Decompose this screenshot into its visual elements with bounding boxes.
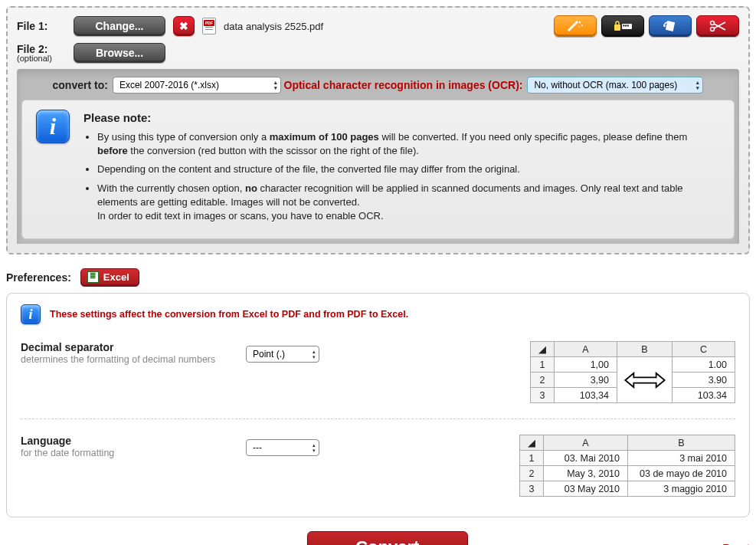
reset-link[interactable]: Reset bbox=[723, 542, 750, 545]
remove-file-button[interactable]: ✖ bbox=[173, 16, 195, 36]
decimal-title: Decimal separator bbox=[21, 341, 227, 353]
wand-icon bbox=[565, 19, 586, 33]
info-icon: i bbox=[36, 110, 70, 143]
file2-row: File 2: (optional) Browse... bbox=[17, 43, 739, 63]
change-button[interactable]: Change... bbox=[74, 16, 165, 36]
convert-format-select[interactable]: Excel 2007-2016 (*.xlsx) bbox=[113, 77, 281, 94]
file1-row: File 1: Change... ✖ data analysis 2525.p… bbox=[17, 15, 739, 37]
double-arrow-icon bbox=[623, 372, 667, 389]
ocr-select[interactable]: No, without OCR (max. 100 pages) bbox=[527, 77, 703, 94]
excel-icon bbox=[87, 271, 99, 283]
rotate-button[interactable] bbox=[649, 15, 692, 37]
pdf-icon bbox=[202, 18, 216, 34]
note-item: With the currently chosen option, no cha… bbox=[97, 182, 720, 224]
preferences-banner: These settings affect the conversion fro… bbox=[50, 309, 408, 320]
preferences-label: Preferences: bbox=[6, 271, 71, 284]
tab-excel[interactable]: Excel bbox=[80, 268, 139, 287]
preferences-panel: i These settings affect the conversion f… bbox=[6, 293, 750, 517]
language-example-table: ◢ A B 103. Mai 20103 mai 2010 2May 3, 20… bbox=[519, 435, 735, 497]
file-toolbar: *** bbox=[554, 15, 739, 37]
language-title: Language bbox=[21, 435, 227, 447]
convert-settings: convert to: Excel 2007-2016 (*.xlsx) Opt… bbox=[17, 69, 739, 244]
svg-point-1 bbox=[581, 25, 583, 26]
decimal-desc: determines the formatting of decimal num… bbox=[21, 353, 227, 366]
file2-label: File 2: (optional) bbox=[17, 43, 66, 63]
convert-button[interactable]: Convert bbox=[307, 531, 468, 545]
magic-wand-button[interactable] bbox=[554, 15, 597, 37]
file1-label: File 1: bbox=[17, 20, 66, 32]
svg-point-0 bbox=[579, 21, 581, 23]
language-desc: for the date formatting bbox=[21, 447, 227, 459]
decimal-separator-row: Decimal separator determines the formatt… bbox=[21, 335, 735, 409]
note-title: Please note: bbox=[83, 110, 720, 126]
cut-pages-button[interactable] bbox=[696, 15, 739, 37]
password-button[interactable]: *** bbox=[601, 15, 644, 37]
footer: Convert Reset bbox=[6, 531, 750, 545]
divider bbox=[21, 419, 735, 419]
browse-button[interactable]: Browse... bbox=[74, 43, 165, 63]
svg-text:***: *** bbox=[623, 24, 629, 29]
ocr-label: Optical character recognition in images … bbox=[284, 79, 523, 91]
upload-panel: File 1: Change... ✖ data analysis 2525.p… bbox=[6, 6, 750, 254]
close-icon: ✖ bbox=[179, 20, 188, 32]
decimal-example-table: ◢ A B C 11,00 1.00 23,903.90 3103,34103.… bbox=[530, 341, 735, 403]
note-item: Depending on the content and structure o… bbox=[97, 163, 720, 176]
svg-point-2 bbox=[578, 26, 580, 28]
convert-to-label: convert to: bbox=[53, 79, 108, 91]
language-row: Language for the date formatting --- ◢ A… bbox=[21, 428, 735, 503]
svg-rect-3 bbox=[614, 25, 620, 31]
file1-name: data analysis 2525.pdf bbox=[224, 21, 323, 32]
preferences-header: Preferences: Excel bbox=[6, 268, 750, 287]
info-icon: i bbox=[21, 304, 41, 324]
note-item: By using this type of conversion only a … bbox=[97, 130, 720, 158]
scissor-icon bbox=[707, 19, 728, 33]
rotate-icon bbox=[659, 19, 681, 33]
language-select[interactable]: --- bbox=[246, 439, 319, 456]
lock-icon: *** bbox=[612, 19, 633, 33]
note-box: i Please note: By using this type of con… bbox=[21, 100, 735, 239]
decimal-select[interactable]: Point (.) bbox=[246, 346, 319, 363]
